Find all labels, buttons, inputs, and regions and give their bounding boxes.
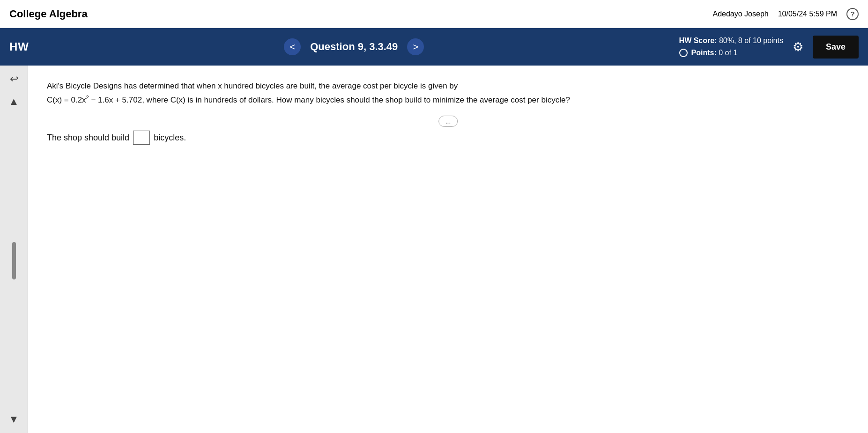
points-circle-icon [679, 49, 688, 57]
question-formula: C(x) = 0.2x2 − 1.6x + 5.702, where C(x) … [47, 95, 570, 104]
content-panel: Aki's Bicycle Designs has determined tha… [28, 66, 868, 433]
top-bar-right: Adedayo Joseph 10/05/24 5:59 PM ? [712, 8, 859, 20]
answer-row: The shop should build bicycles. [47, 131, 849, 145]
points-label: Points: [691, 49, 717, 57]
up-button[interactable]: ▲ [6, 93, 22, 110]
sidebar: ↩ ▲ ▼ [0, 66, 28, 433]
back-button[interactable]: ↩ [7, 70, 21, 88]
score-info: HW Score: 80%, 8 of 10 points Points: 0 … [679, 35, 783, 59]
user-name: Adedayo Joseph [712, 10, 768, 18]
question-text-1: Aki's Bicycle Designs has determined tha… [47, 81, 458, 90]
save-button[interactable]: Save [813, 36, 859, 59]
hw-score-label: HW Score: [679, 37, 717, 44]
question-label: Question 9, 3.3.49 [310, 41, 398, 53]
nav-right: HW Score: 80%, 8 of 10 points Points: 0 … [679, 35, 859, 59]
divider-dots-button[interactable]: ... [438, 116, 458, 127]
nav-bar: HW < Question 9, 3.3.49 > HW Score: 80%,… [0, 28, 868, 66]
question-nav: < Question 9, 3.3.49 > [284, 38, 424, 55]
next-question-button[interactable]: > [407, 38, 424, 55]
page-title: College Algebra [9, 8, 88, 20]
gear-button[interactable]: ⚙ [793, 40, 803, 54]
date-time: 10/05/24 5:59 PM [778, 10, 837, 18]
prev-question-button[interactable]: < [284, 38, 301, 55]
hw-score-value: 80%, 8 of 10 points [719, 37, 783, 44]
top-bar: College Algebra Adedayo Joseph 10/05/24 … [0, 0, 868, 28]
divider: ... [47, 121, 849, 121]
hw-label: HW [9, 40, 29, 53]
main-content: ↩ ▲ ▼ Aki's Bicycle Designs has determin… [0, 66, 868, 433]
answer-input[interactable] [133, 131, 150, 145]
answer-suffix: bicycles. [154, 133, 186, 143]
scroll-track [12, 115, 16, 406]
help-button[interactable]: ? [846, 8, 859, 20]
question-body: Aki's Bicycle Designs has determined tha… [47, 80, 849, 107]
scroll-bar[interactable] [12, 242, 16, 279]
answer-prefix: The shop should build [47, 133, 129, 143]
points-value: 0 of 1 [719, 49, 737, 57]
down-button[interactable]: ▼ [6, 411, 22, 428]
